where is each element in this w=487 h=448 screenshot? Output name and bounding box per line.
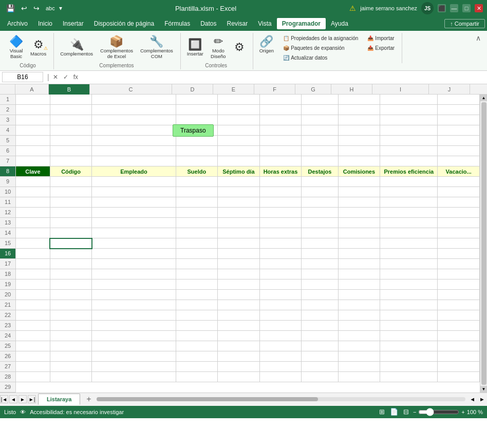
share-button[interactable]: ↑ Compartir [444,19,485,28]
cell-d2[interactable] [176,105,218,115]
cell-a4[interactable] [16,125,50,136]
confirm-formula-icon[interactable]: ✓ [62,73,70,81]
cell-f6[interactable] [259,146,302,156]
sheet-last-btn[interactable]: ►| [28,395,36,403]
cell-i7[interactable] [380,156,438,166]
formula-input[interactable] [82,73,485,81]
cell-h4[interactable] [338,125,380,136]
save-quick-btn[interactable]: 💾 [4,3,17,13]
minimize-btn[interactable]: — [450,4,458,12]
row-header-8[interactable]: 8 [0,166,15,177]
cell-h5[interactable] [338,136,380,146]
cell-c5[interactable] [92,136,176,146]
cell-g4[interactable] [302,125,338,136]
row-header-20[interactable]: 20 [0,290,15,300]
cell-g16[interactable] [302,238,338,249]
cell-f1[interactable] [259,95,302,105]
abc-btn[interactable]: abc [44,4,57,12]
cell-d1[interactable] [176,95,218,105]
cell-j9[interactable] [438,177,480,187]
cell-h3[interactable] [338,115,380,125]
cell-f4[interactable] [259,125,302,136]
sheet-tab-listaraya[interactable]: Listaraya [38,394,80,405]
cell-b9[interactable] [50,177,92,187]
cell-i1[interactable] [380,95,438,105]
row-header-21[interactable]: 21 [0,300,15,310]
cell-e16[interactable] [218,238,260,249]
cell-j1[interactable] [438,95,480,105]
cell-j6[interactable] [438,146,480,156]
row-header-13[interactable]: 13 [0,218,15,228]
row-header-25[interactable]: 25 [0,341,15,351]
h-scroll-thumb[interactable] [97,397,318,401]
menu-formulas[interactable]: Fórmulas [159,18,195,29]
cell-c2[interactable] [92,105,176,115]
page-layout-btn[interactable]: 📄 [389,407,399,417]
normal-view-btn[interactable]: ⊞ [378,407,386,417]
insert-function-icon[interactable]: fx [72,73,80,81]
menu-datos[interactable]: Datos [195,18,221,29]
menu-vista[interactable]: Vista [253,18,276,29]
cell-b3[interactable] [50,115,92,125]
zoom-in-icon[interactable]: + [461,409,464,415]
row-header-23[interactable]: 23 [0,321,15,331]
cell-b16[interactable] [50,238,92,249]
cell-e4[interactable] [218,125,260,136]
add-sheet-button[interactable]: + [83,394,94,405]
zoom-slider[interactable] [418,408,459,416]
cell-d16[interactable] [176,238,218,249]
page-break-btn[interactable]: ⊟ [402,407,410,417]
col-header-i[interactable]: I [372,84,429,95]
cell-i5[interactable] [380,136,438,146]
row-header-11[interactable]: 11 [0,197,15,208]
cell-h2[interactable] [338,105,380,115]
cell-i2[interactable] [380,105,438,115]
visual-basic-button[interactable]: 🔷 VisualBasic [6,34,26,62]
row-header-3[interactable]: 3 [0,115,15,125]
row-header-2[interactable]: 2 [0,105,15,115]
row-header-14[interactable]: 14 [0,228,15,238]
cell-d8[interactable]: Sueldo [176,166,218,177]
row-header-7[interactable]: 7 [0,156,15,166]
cell-i8[interactable]: Premios eficiencia [380,166,438,177]
menu-programador[interactable]: Programador [277,18,326,29]
cell-f7[interactable] [259,156,302,166]
menu-insertar[interactable]: Insertar [58,18,89,29]
scroll-down-btn[interactable]: ▼ [480,386,488,393]
cell-e8[interactable]: Séptimo día [218,166,260,177]
row-header-4[interactable]: 4 [0,125,15,136]
row-header-15[interactable]: 15 [0,238,15,249]
cell-a7[interactable] [16,156,50,166]
cell-e2[interactable] [218,105,260,115]
cell-f3[interactable] [259,115,302,125]
cell-f8[interactable]: Horas extras [259,166,302,177]
row-header-10[interactable]: 10 [0,187,15,197]
cell-j16[interactable] [438,238,480,249]
paquetes-expansion-button[interactable]: 📦 Paquetes de expansión [280,44,361,52]
cancel-formula-icon[interactable]: ✕ [51,73,60,81]
col-header-j[interactable]: J [429,84,470,95]
col-header-c[interactable]: C [90,84,172,95]
cell-g8[interactable]: Destajos [302,166,338,177]
col-header-h[interactable]: H [331,84,372,95]
insertar-button[interactable]: 🔲 Insertar [184,37,207,59]
cell-b8[interactable]: Código [50,166,92,177]
maximize-btn[interactable]: □ [462,4,471,12]
menu-ayuda[interactable]: Ayuda [326,18,353,29]
cell-b4[interactable] [50,125,92,136]
cell-g9[interactable] [302,177,338,187]
cell-g5[interactable] [302,136,338,146]
actualizar-datos-button[interactable]: 🔄 Actualizar datos [280,53,361,62]
menu-disposicion[interactable]: Disposición de página [89,18,159,29]
sheet-next-btn[interactable]: ► [18,395,27,403]
row-header-12[interactable]: 12 [0,208,15,218]
cell-a9[interactable] [16,177,50,187]
vertical-scrollbar[interactable]: ▲ ▼ [480,95,487,393]
row-header-1[interactable]: 1 [0,95,15,105]
col-header-e[interactable]: E [213,84,254,95]
cell-a2[interactable] [16,105,50,115]
cell-e1[interactable] [218,95,260,105]
sheet-first-btn[interactable]: |◄ [0,395,8,403]
complementos-excel-button[interactable]: 📦 Complementosde Excel [97,34,136,62]
cell-h16[interactable] [338,238,380,249]
